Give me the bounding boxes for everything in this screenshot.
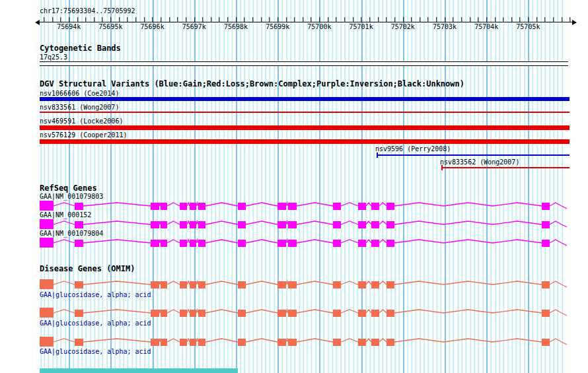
exon-block[interactable] bbox=[238, 221, 246, 228]
omim-gene-label[interactable]: GAA|glucosidase, alpha; acid bbox=[40, 320, 151, 327]
refseq-transcript-label[interactable]: GAA|NM_001079804 bbox=[40, 230, 103, 237]
exon-block[interactable] bbox=[277, 221, 286, 228]
exon-block[interactable] bbox=[198, 221, 205, 228]
exon-block[interactable] bbox=[371, 339, 379, 346]
exon-block[interactable] bbox=[386, 221, 394, 228]
exon-block[interactable] bbox=[40, 337, 54, 347]
exon-block[interactable] bbox=[288, 221, 297, 228]
exon-block[interactable] bbox=[333, 281, 341, 288]
exon-block[interactable] bbox=[161, 221, 167, 228]
exon-block[interactable] bbox=[358, 281, 366, 288]
cytoband-glyph[interactable] bbox=[40, 61, 568, 66]
partial-feature-bar[interactable] bbox=[40, 368, 238, 373]
variant-label[interactable]: nsv833562 (Wong2007) bbox=[440, 158, 519, 166]
exon-block[interactable] bbox=[75, 310, 83, 317]
exon-block[interactable] bbox=[190, 339, 196, 346]
exon-block[interactable] bbox=[198, 203, 205, 210]
exon-block[interactable] bbox=[161, 203, 167, 210]
exon-block[interactable] bbox=[288, 339, 297, 346]
exon-block[interactable] bbox=[386, 281, 394, 288]
exon-block[interactable] bbox=[358, 221, 366, 228]
exon-block[interactable] bbox=[75, 221, 83, 228]
exon-block[interactable] bbox=[151, 281, 159, 288]
exon-block[interactable] bbox=[277, 281, 286, 288]
exon-block[interactable] bbox=[358, 310, 366, 317]
variant-label[interactable]: nsv9596 (Perry2008) bbox=[375, 145, 451, 153]
exon-block[interactable] bbox=[333, 203, 341, 210]
variant-bar[interactable] bbox=[40, 139, 570, 144]
variant-label[interactable]: nsv576129 (Cooper2011) bbox=[40, 131, 127, 139]
exon-block[interactable] bbox=[542, 240, 550, 247]
gene-model-glyph[interactable] bbox=[40, 219, 570, 230]
exon-block[interactable] bbox=[180, 281, 187, 288]
variant-label[interactable]: nsv1066606 (Coe2014) bbox=[40, 90, 119, 97]
exon-block[interactable] bbox=[386, 310, 394, 317]
exon-block[interactable] bbox=[40, 238, 54, 248]
refseq-transcript-label[interactable]: GAA|NM_000152 bbox=[40, 211, 91, 219]
exon-block[interactable] bbox=[198, 339, 205, 346]
exon-block[interactable] bbox=[371, 203, 379, 210]
variant-bar[interactable] bbox=[441, 167, 570, 168]
exon-block[interactable] bbox=[333, 221, 341, 228]
gene-model-glyph[interactable] bbox=[40, 336, 570, 348]
exon-block[interactable] bbox=[190, 203, 196, 210]
exon-block[interactable] bbox=[542, 281, 550, 288]
exon-block[interactable] bbox=[238, 281, 246, 288]
exon-block[interactable] bbox=[238, 339, 246, 346]
exon-block[interactable] bbox=[358, 240, 366, 247]
exon-block[interactable] bbox=[238, 203, 246, 210]
exon-block[interactable] bbox=[161, 310, 167, 317]
variant-bar[interactable] bbox=[40, 125, 570, 130]
refseq-transcript-label[interactable]: GAA|NM_001079803 bbox=[40, 193, 103, 200]
exon-block[interactable] bbox=[333, 339, 341, 346]
variant-bar[interactable] bbox=[40, 97, 570, 101]
variant-label[interactable]: nsv833561 (Wong2007) bbox=[40, 104, 119, 111]
exon-block[interactable] bbox=[333, 310, 341, 317]
exon-block[interactable] bbox=[198, 240, 205, 247]
variant-label[interactable]: nsv469591 (Locke2006) bbox=[40, 118, 123, 125]
exon-block[interactable] bbox=[180, 203, 187, 210]
exon-block[interactable] bbox=[151, 221, 159, 228]
exon-block[interactable] bbox=[151, 339, 159, 346]
exon-block[interactable] bbox=[75, 339, 83, 346]
exon-block[interactable] bbox=[151, 203, 159, 210]
exon-block[interactable] bbox=[190, 221, 196, 228]
exon-block[interactable] bbox=[198, 310, 205, 317]
exon-block[interactable] bbox=[371, 221, 379, 228]
exon-block[interactable] bbox=[386, 203, 394, 210]
exon-block[interactable] bbox=[190, 310, 196, 317]
exon-block[interactable] bbox=[151, 310, 159, 317]
exon-block[interactable] bbox=[277, 310, 286, 317]
exon-block[interactable] bbox=[75, 240, 83, 247]
exon-block[interactable] bbox=[75, 281, 83, 288]
exon-block[interactable] bbox=[198, 281, 205, 288]
exon-block[interactable] bbox=[180, 339, 187, 346]
exon-block[interactable] bbox=[180, 310, 187, 317]
exon-block[interactable] bbox=[288, 240, 297, 247]
exon-block[interactable] bbox=[40, 201, 54, 211]
exon-block[interactable] bbox=[386, 339, 394, 346]
variant-bar[interactable] bbox=[40, 112, 570, 113]
exon-block[interactable] bbox=[190, 281, 196, 288]
exon-block[interactable] bbox=[238, 310, 246, 317]
gene-model-glyph[interactable] bbox=[40, 307, 570, 319]
gene-model-glyph[interactable] bbox=[40, 200, 570, 212]
exon-block[interactable] bbox=[371, 281, 379, 288]
exon-block[interactable] bbox=[371, 240, 379, 247]
exon-block[interactable] bbox=[190, 240, 196, 247]
exon-block[interactable] bbox=[358, 203, 366, 210]
exon-block[interactable] bbox=[238, 240, 246, 247]
exon-block[interactable] bbox=[161, 240, 167, 247]
exon-block[interactable] bbox=[151, 240, 159, 247]
exon-block[interactable] bbox=[542, 203, 550, 210]
exon-block[interactable] bbox=[288, 203, 297, 210]
exon-block[interactable] bbox=[277, 240, 286, 247]
exon-block[interactable] bbox=[180, 240, 187, 247]
exon-block[interactable] bbox=[542, 339, 550, 346]
omim-gene-label[interactable]: GAA|glucosidase, alpha; acid bbox=[40, 291, 151, 298]
exon-block[interactable] bbox=[277, 203, 286, 210]
exon-block[interactable] bbox=[161, 281, 167, 288]
exon-block[interactable] bbox=[542, 310, 550, 317]
exon-block[interactable] bbox=[40, 279, 54, 289]
gene-model-glyph[interactable] bbox=[40, 279, 570, 290]
